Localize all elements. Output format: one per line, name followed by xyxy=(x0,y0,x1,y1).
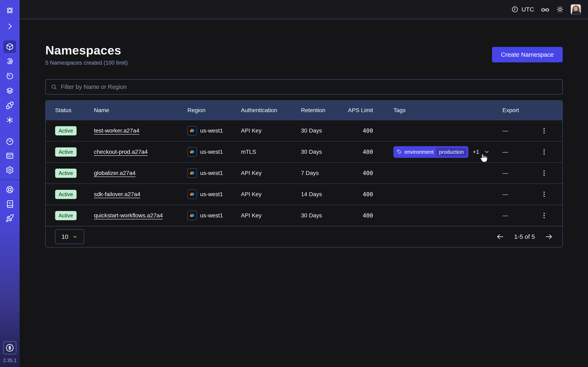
sidebar-item-docs[interactable] xyxy=(3,198,16,210)
chevron-right-icon xyxy=(6,22,14,31)
page-size-value: 10 xyxy=(61,233,68,240)
sidebar-item-get-started[interactable] xyxy=(3,212,16,225)
row-actions-menu-button[interactable] xyxy=(539,147,549,157)
region-label: us-west1 xyxy=(200,191,223,198)
namespace-link[interactable]: globalizer.a27a4 xyxy=(94,170,136,176)
aps-limit-value: 400 xyxy=(347,149,373,155)
user-avatar[interactable] xyxy=(571,4,581,15)
sidebar-item-batch-operations[interactable] xyxy=(3,99,16,112)
table-row: Active test-worker.a27a4 us-west1 API Ke… xyxy=(46,120,562,141)
kebab-menu-icon xyxy=(540,212,548,219)
sidebar-item-namespaces[interactable] xyxy=(3,40,16,53)
gear-icon xyxy=(6,166,14,174)
col-header-region: Region xyxy=(187,107,241,114)
tag-chip[interactable]: environment production xyxy=(393,146,468,158)
kebab-menu-icon xyxy=(540,148,548,156)
sidebar-item-billing[interactable] xyxy=(3,150,16,162)
swirl-icon xyxy=(6,57,14,66)
clock-icon xyxy=(511,6,519,13)
asterisk-icon xyxy=(6,116,14,124)
filter-input[interactable] xyxy=(61,83,557,90)
sidebar-nav-account xyxy=(3,134,16,177)
page-header: Namespaces 5 Namespaces created (100 lim… xyxy=(45,43,563,66)
tag-icon xyxy=(397,149,402,155)
export-value: — xyxy=(502,170,535,176)
export-value: — xyxy=(502,191,535,198)
temporal-logo-icon[interactable] xyxy=(3,4,16,17)
gcp-cloud-icon xyxy=(187,190,197,199)
credits-button[interactable] xyxy=(3,341,16,354)
namespace-link[interactable]: test-worker.a27a4 xyxy=(94,127,139,134)
main-content: Namespaces 5 Namespaces created (100 lim… xyxy=(20,19,588,367)
search-icon xyxy=(51,83,57,90)
auth-method: API Key xyxy=(241,170,301,176)
col-header-tags: Tags xyxy=(373,107,502,114)
theme-toggle-button[interactable] xyxy=(556,6,564,13)
row-actions-menu-button[interactable] xyxy=(539,125,549,136)
namespace-link[interactable]: sdk-failover.a27a4 xyxy=(94,191,140,197)
auth-method: mTLS xyxy=(241,149,301,155)
aps-limit-value: 400 xyxy=(347,170,373,176)
kebab-menu-icon xyxy=(540,169,548,177)
namespace-link[interactable]: quickstart-workflows.a27a4 xyxy=(94,212,163,218)
auth-method: API Key xyxy=(241,127,301,134)
table-row: Active checkout-prod.a27a4 us-west1 mTLS… xyxy=(46,141,562,162)
rocket-icon xyxy=(6,214,14,222)
col-header-export: Export xyxy=(502,107,535,114)
avatar-face xyxy=(574,6,578,11)
row-actions-menu-button[interactable] xyxy=(539,189,549,200)
sidebar-item-deployments[interactable] xyxy=(3,84,16,97)
sidebar-item-usage[interactable] xyxy=(3,135,16,148)
table-footer: 10 1-5 of 5 xyxy=(46,226,562,247)
col-header-status: Status xyxy=(55,107,94,114)
retention-value: 30 Days xyxy=(301,149,347,155)
chevron-down-icon[interactable] xyxy=(484,149,490,155)
aps-limit-value: 400 xyxy=(347,212,373,219)
tag-key: environment xyxy=(405,149,434,155)
sidebar: 2.35.1 xyxy=(0,0,20,367)
sidebar-item-settings[interactable] xyxy=(3,164,16,176)
arrow-right-icon xyxy=(545,233,553,241)
labs-button[interactable] xyxy=(541,5,550,14)
row-actions-menu-button[interactable] xyxy=(539,168,549,178)
sidebar-item-schedules[interactable] xyxy=(3,70,16,82)
chevron-down-icon xyxy=(72,234,78,240)
col-header-retention: Retention xyxy=(301,107,347,114)
region-label: us-west1 xyxy=(200,149,223,155)
page-title: Namespaces xyxy=(45,43,128,57)
page-subtitle: 5 Namespaces created (100 limit) xyxy=(45,60,128,66)
status-badge: Active xyxy=(55,190,77,199)
aps-limit-value: 400 xyxy=(347,127,373,134)
page-size-select[interactable]: 10 xyxy=(55,229,84,244)
timezone-button[interactable]: UTC xyxy=(511,6,534,13)
sidebar-item-nexus[interactable] xyxy=(3,114,16,126)
status-badge: Active xyxy=(55,211,77,220)
previous-page-button[interactable] xyxy=(496,233,504,241)
col-header-aps-limit: APS Limit xyxy=(347,107,373,114)
sidebar-item-workflows[interactable] xyxy=(3,55,16,68)
region-label: us-west1 xyxy=(200,170,223,176)
glasses-icon xyxy=(541,5,550,14)
badge-dollar-icon xyxy=(6,343,14,352)
tag-value: production xyxy=(436,148,467,156)
timezone-label: UTC xyxy=(521,6,534,13)
status-badge: Active xyxy=(55,147,77,157)
table-row: Active quickstart-workflows.a27a4 us-wes… xyxy=(46,205,562,226)
sidebar-item-support[interactable] xyxy=(3,183,16,196)
sidebar-expand-button[interactable] xyxy=(3,20,16,33)
col-header-authentication: Authentication xyxy=(241,107,301,114)
sidebar-divider xyxy=(0,180,20,180)
namespaces-table: Status Name Region Authentication Retent… xyxy=(45,100,563,248)
gcp-cloud-icon xyxy=(187,168,197,178)
row-actions-menu-button[interactable] xyxy=(539,210,549,221)
export-value: — xyxy=(502,149,535,155)
create-namespace-button[interactable]: Create Namespace xyxy=(492,47,563,62)
col-header-name: Name xyxy=(94,107,187,114)
region-label: us-west1 xyxy=(200,212,223,219)
next-page-button[interactable] xyxy=(545,233,553,241)
timer-icon xyxy=(6,72,14,80)
gcp-cloud-icon xyxy=(187,147,197,157)
export-value: — xyxy=(502,212,535,219)
retention-value: 30 Days xyxy=(301,212,347,219)
namespace-link[interactable]: checkout-prod.a27a4 xyxy=(94,149,148,155)
